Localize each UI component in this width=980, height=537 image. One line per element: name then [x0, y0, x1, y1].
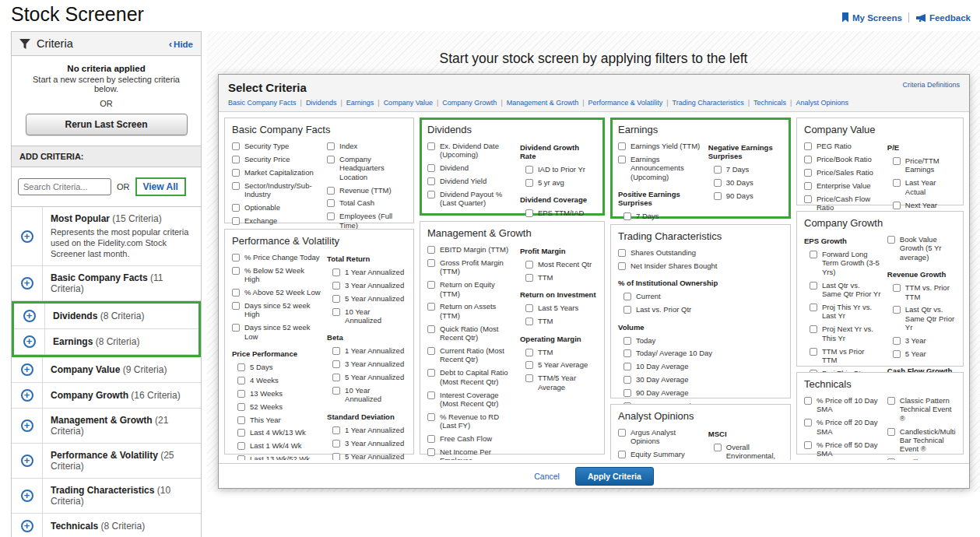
checkbox[interactable] — [623, 389, 631, 397]
criteria-item-ttm-5-year-average[interactable]: TTM/5 Year Average — [525, 374, 597, 391]
criteria-item-interest-coverage-most-recent-qtr[interactable]: Interest Coverage (Most Recent Qtr) — [427, 391, 514, 409]
criteria-item-overall-environmental-social-governance-rating[interactable]: Overall Environmental, Social & Governan… — [714, 443, 783, 460]
checkbox[interactable] — [237, 455, 245, 460]
checkbox[interactable] — [893, 337, 901, 345]
sidebar-category-trading-characteristics[interactable]: +Trading Characteristics (10 Criteria) — [12, 479, 201, 514]
checkbox[interactable] — [332, 268, 340, 276]
checkbox[interactable] — [427, 191, 435, 198]
criteria-item-ttm[interactable]: TTM — [525, 273, 597, 282]
criteria-item-revenue-ttm[interactable]: Revenue (TTM) — [327, 186, 406, 195]
checkbox[interactable] — [427, 259, 435, 267]
checkbox[interactable] — [804, 156, 812, 163]
criteria-item-days-since-52-week-low[interactable]: Days since 52 week Low — [232, 323, 321, 341]
criteria-item-security-price[interactable]: Security Price — [232, 155, 321, 163]
criteria-item-market-capitalization[interactable]: Market Capitalization — [232, 168, 321, 177]
criteria-item-optionable[interactable]: Optionable — [232, 203, 321, 212]
sidebar-category-basic-company-facts[interactable]: +Basic Company Facts (11 Criteria) — [12, 266, 201, 301]
checkbox[interactable] — [893, 284, 901, 292]
checkbox[interactable] — [618, 249, 626, 257]
checkbox[interactable] — [237, 390, 245, 398]
checkbox[interactable] — [618, 429, 626, 437]
criteria-item-index[interactable]: Index — [327, 142, 406, 150]
checkbox[interactable] — [623, 376, 631, 384]
checkbox[interactable] — [623, 306, 631, 314]
criteria-item-5-year-annualized[interactable]: 5 Year Annualized — [332, 373, 406, 381]
criteria-item-free-cash-flow[interactable]: Free Cash Flow — [427, 434, 514, 443]
checkbox[interactable] — [804, 169, 812, 177]
criteria-item-dividend-payout-last-quarter[interactable]: Dividend Payout % (Last Quarter) — [427, 190, 514, 208]
criteria-item-last-qtr-vs-same-qtr-prior-yr[interactable]: Last Qtr vs. Same Qtr Prior Yr — [893, 305, 956, 332]
checkbox[interactable] — [623, 293, 631, 300]
plus-circle-icon[interactable]: + — [21, 520, 33, 532]
checkbox[interactable] — [232, 217, 240, 225]
hide-panel-link[interactable]: ‹Hide — [169, 38, 193, 50]
sidebar-category-company-value[interactable]: +Company Value (9 Criteria) — [12, 357, 201, 383]
criteria-item-price-off-50-day-sma[interactable]: % Price off 50 Day SMA — [804, 440, 881, 458]
criteria-item-revenue-to-rd-last-fy[interactable]: % Revenue to RD (Last FY) — [427, 412, 514, 430]
criteria-item-30-days[interactable]: 30 Days — [714, 178, 783, 187]
criteria-item-10-year-annualized[interactable]: 10 Year Annualized — [332, 307, 406, 325]
criteria-item-exchange[interactable]: Exchange — [232, 216, 321, 225]
checkbox[interactable] — [623, 363, 631, 370]
modal-nav-link-dividends[interactable]: Dividends — [306, 99, 337, 107]
criteria-item-total-cash[interactable]: Total Cash — [327, 198, 406, 207]
sidebar-category-dividends[interactable]: +Dividends (8 Criteria) — [14, 304, 198, 329]
criteria-item-days-since-52-week-high[interactable]: Days since 52 week High — [232, 301, 321, 319]
checkbox[interactable] — [804, 397, 812, 405]
criteria-item-3-year-annualized[interactable]: 3 Year Annualized — [332, 439, 406, 447]
sidebar-category-company-growth[interactable]: +Company Growth (16 Criteria) — [12, 383, 201, 409]
criteria-item-enterprise-value[interactable]: Enterprise Value — [804, 181, 881, 190]
checkbox[interactable] — [332, 308, 340, 316]
criteria-item-today-average-10-day[interactable]: Today/ Average 10 Day — [623, 349, 783, 357]
checkbox[interactable] — [232, 169, 240, 177]
checkbox[interactable] — [232, 156, 240, 163]
criteria-item-price-off-20-day-sma[interactable]: % Price off 20 Day SMA — [804, 418, 881, 436]
criteria-item-3-year-annualized[interactable]: 3 Year Annualized — [332, 281, 406, 290]
criteria-item-10-year-annualized[interactable]: 10 Year Annualized — [332, 386, 406, 404]
criteria-item-7-days[interactable]: 7 Days — [714, 165, 783, 174]
checkbox[interactable] — [525, 361, 533, 369]
criteria-item-price-off-10-day-sma[interactable]: % Price off 10 Day SMA — [804, 396, 881, 414]
checkbox[interactable] — [525, 304, 533, 312]
checkbox[interactable] — [525, 318, 533, 325]
checkbox[interactable] — [618, 262, 626, 270]
checkbox[interactable] — [427, 369, 435, 377]
criteria-item-last-vs-prior-qtr[interactable]: Last vs. Prior Qtr — [623, 305, 783, 314]
checkbox[interactable] — [714, 179, 722, 187]
rerun-last-screen-button[interactable]: Rerun Last Screen — [26, 114, 188, 135]
checkbox[interactable] — [237, 416, 245, 424]
sidebar-category-most-popular[interactable]: +Most Popular (15 Criteria)Represents th… — [12, 207, 201, 266]
checkbox[interactable] — [332, 282, 340, 290]
criteria-item-return-on-assets-ttm[interactable]: Return on Assets (TTM) — [427, 302, 514, 320]
criteria-item-90-days[interactable]: 90 Days — [714, 191, 783, 200]
criteria-item-earnings-announcements-upcoming[interactable]: Earnings Announcements (Upcoming) — [618, 155, 702, 181]
checkbox[interactable] — [427, 177, 435, 185]
checkbox[interactable] — [618, 142, 626, 150]
criteria-item-today[interactable]: Today — [623, 336, 783, 345]
checkbox[interactable] — [810, 304, 817, 311]
checkbox[interactable] — [525, 261, 533, 268]
plus-circle-icon[interactable]: + — [21, 419, 33, 432]
checkbox[interactable] — [332, 440, 340, 447]
sidebar-category-management-growth[interactable]: +Management & Growth (21 Criteria) — [12, 409, 201, 444]
modal-nav-link-earnings[interactable]: Earnings — [346, 99, 374, 107]
criteria-item-argus-analyst-opinions[interactable]: Argus Analyst Opinions — [618, 428, 702, 446]
my-screens-link[interactable]: My Screens — [841, 12, 902, 23]
checkbox[interactable] — [810, 282, 817, 290]
criteria-item-iad-to-prior-yr[interactable]: IAD to Prior Yr — [525, 165, 597, 174]
checkbox[interactable] — [332, 347, 340, 355]
criteria-item-this-year[interactable]: This Year — [237, 416, 321, 424]
checkbox[interactable] — [714, 166, 722, 174]
criteria-item-last-qtr-vs-same-qtr-prior-yr[interactable]: Last Qtr vs. Same Qtr Prior Yr — [810, 281, 881, 299]
criteria-item-7-days[interactable]: 7 Days — [623, 212, 702, 220]
criteria-item-dividend[interactable]: Dividend — [427, 163, 514, 172]
checkbox[interactable] — [427, 246, 435, 254]
criteria-item-5-days[interactable]: 5 Days — [237, 363, 321, 371]
criteria-item-last-4-wk-13-wk[interactable]: Last 4 Wk/13 Wk — [237, 428, 321, 437]
checkbox[interactable] — [232, 204, 240, 212]
modal-nav-link-basic-company-facts[interactable]: Basic Company Facts — [228, 99, 297, 107]
criteria-item-5-year[interactable]: 5 Year — [893, 349, 956, 358]
criteria-item-sector-industry-sub-industry[interactable]: Sector/Industry/Sub-Industry — [232, 181, 321, 199]
criteria-item-price-sales-ratio[interactable]: Price/Sales Ratio — [804, 168, 881, 177]
criteria-item-ttm[interactable]: TTM — [525, 348, 597, 356]
